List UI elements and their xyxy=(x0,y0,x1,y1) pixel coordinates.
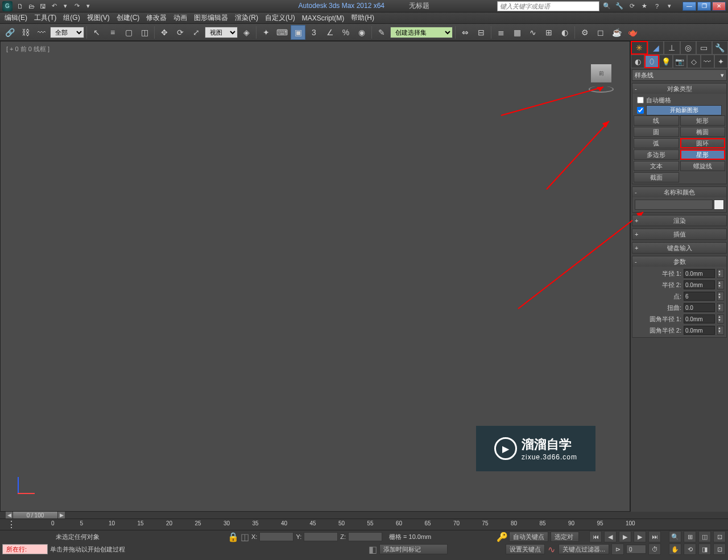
btn-section[interactable]: 截面 xyxy=(634,172,679,182)
distortion-spinner[interactable]: ▲▼ xyxy=(717,303,724,312)
btn-ellipse[interactable]: 椭圆 xyxy=(680,127,726,137)
btn-star[interactable]: 星形 xyxy=(680,150,726,160)
btn-donut[interactable]: 圆环 xyxy=(680,138,726,148)
btn-arc[interactable]: 弧 xyxy=(634,138,679,148)
exchange-icon[interactable]: ⟳ xyxy=(627,2,637,11)
render-frame-icon[interactable]: ◻ xyxy=(593,25,608,40)
play-icon[interactable]: ▶ xyxy=(619,531,631,542)
new-icon[interactable]: 🗋 xyxy=(15,2,25,11)
setkey-button[interactable]: 设置关键点 xyxy=(506,544,545,554)
menu-graph[interactable]: 图形编辑器 xyxy=(194,13,228,23)
time-slider[interactable]: ◀ 0 / 100 ▶ xyxy=(0,512,728,518)
select-icon[interactable]: ↖ xyxy=(89,25,104,40)
menu-animation[interactable]: 动画 xyxy=(173,13,187,23)
slider-prev-icon[interactable]: ◀ xyxy=(6,512,13,518)
keystep-icon[interactable]: ⊳ xyxy=(611,544,624,555)
viewcube[interactable]: 前 xyxy=(584,64,618,98)
category-dropdown[interactable]: 样条线▾ xyxy=(632,69,727,81)
autogrid-checkbox[interactable] xyxy=(637,97,644,103)
menu-modifiers[interactable]: 修改器 xyxy=(146,13,167,23)
y-input[interactable] xyxy=(304,532,338,541)
viewport-label[interactable]: [ + 0 前 0 线框 ] xyxy=(6,45,49,53)
layers-icon[interactable]: ≣ xyxy=(494,25,508,40)
zoom-ext-icon[interactable]: ◫ xyxy=(698,531,711,542)
close-button[interactable]: ✕ xyxy=(712,2,726,11)
menu-views[interactable]: 视图(V) xyxy=(87,13,110,23)
timeline-ruler[interactable]: ⋮ 05101520253035404550556065707580859095… xyxy=(0,518,728,530)
material-editor-icon[interactable]: ◐ xyxy=(557,25,572,40)
btn-circle[interactable]: 圆 xyxy=(634,127,679,137)
minimize-button[interactable]: — xyxy=(682,2,696,11)
slider-next-icon[interactable]: ▶ xyxy=(58,512,65,518)
subtab-cameras[interactable]: 📷 xyxy=(673,55,686,68)
fillet2-spinner[interactable]: ▲▼ xyxy=(717,326,724,335)
rotate-icon[interactable]: ⟳ xyxy=(173,25,188,40)
keymode-icon[interactable]: ∿ xyxy=(547,545,556,554)
radius1-input[interactable] xyxy=(684,269,715,278)
curve-editor-icon[interactable]: ∿ xyxy=(526,25,540,40)
angle-snap-icon[interactable]: ∠ xyxy=(322,25,337,40)
menu-create[interactable]: 创建(C) xyxy=(117,13,140,23)
keyboard-shortcut-icon[interactable]: ⌨ xyxy=(275,25,289,40)
radius2-spinner[interactable]: ▲▼ xyxy=(717,280,724,289)
refcoord-dropdown[interactable]: 视图 xyxy=(205,27,238,38)
points-input[interactable] xyxy=(684,292,715,301)
points-spinner[interactable]: ▲▼ xyxy=(717,292,724,301)
select-name-icon[interactable]: ≡ xyxy=(105,25,120,40)
bind-icon[interactable]: 〰 xyxy=(34,25,49,40)
tab-create[interactable]: ✳ xyxy=(631,41,648,55)
menu-tools[interactable]: 工具(T) xyxy=(34,13,56,23)
named-selection-dropdown[interactable]: 创建选择集 xyxy=(390,27,453,38)
selected-button[interactable]: 选定对 xyxy=(551,532,579,542)
edit-selection-icon[interactable]: ✎ xyxy=(374,25,389,40)
spinner-snap-icon[interactable]: ◉ xyxy=(354,25,369,40)
radius2-input[interactable] xyxy=(684,280,715,289)
bone-icon[interactable]: ⋮ xyxy=(7,520,16,529)
rollout-interpolation[interactable]: +插值 xyxy=(632,229,726,239)
subtab-geometry[interactable]: ◐ xyxy=(631,55,644,68)
unlink-icon[interactable]: ⛓ xyxy=(18,25,33,40)
distortion-input[interactable] xyxy=(684,303,715,312)
schematic-icon[interactable]: ⊞ xyxy=(541,25,556,40)
autokey-button[interactable]: 自动关键点 xyxy=(509,532,548,542)
object-name-input[interactable] xyxy=(635,200,713,210)
rollout-parameters[interactable]: -参数 xyxy=(632,256,726,267)
tab-display[interactable]: ▭ xyxy=(696,41,712,55)
fov-icon[interactable]: ⊡ xyxy=(713,531,726,542)
add-time-tag-button[interactable]: 添加时间标记 xyxy=(379,544,448,554)
zoom-icon[interactable]: 🔍 xyxy=(669,531,681,542)
object-color-swatch[interactable] xyxy=(714,200,724,210)
maximize-button[interactable]: ❐ xyxy=(697,2,711,11)
rollout-rendering[interactable]: +渲染 xyxy=(632,215,726,226)
coord-icon[interactable]: ◫ xyxy=(240,532,249,541)
script-listener[interactable]: 所在行: xyxy=(2,544,48,554)
pivot-icon[interactable]: ◈ xyxy=(239,25,254,40)
tab-hierarchy[interactable]: ⊥ xyxy=(664,41,680,55)
btn-text[interactable]: 文本 xyxy=(634,161,679,171)
subtab-helpers[interactable]: ◇ xyxy=(687,55,701,68)
tab-motion[interactable]: ◎ xyxy=(680,41,696,55)
goto-end-icon[interactable]: ⏭ xyxy=(648,531,661,542)
binoculars-icon[interactable]: 🔍 xyxy=(602,2,612,11)
redo-icon[interactable]: ↷ xyxy=(72,2,82,11)
btn-rectangle[interactable]: 矩形 xyxy=(680,115,726,126)
menu-help[interactable]: 帮助(H) xyxy=(351,13,374,23)
menu-edit[interactable]: 编辑(E) xyxy=(5,13,27,23)
menu-customize[interactable]: 自定义(U) xyxy=(265,13,295,23)
save-icon[interactable]: 🖫 xyxy=(38,2,48,11)
current-frame-input[interactable] xyxy=(626,545,646,554)
radius1-spinner[interactable]: ▲▼ xyxy=(717,269,724,278)
fillet1-input[interactable] xyxy=(684,314,715,323)
select-region-icon[interactable]: ▢ xyxy=(121,25,136,40)
subtab-shapes[interactable]: ⬯ xyxy=(644,55,659,68)
key-icon[interactable]: 🔧 xyxy=(614,2,624,11)
minmax-icon[interactable]: ⊡ xyxy=(713,544,726,555)
subtab-systems[interactable]: ✦ xyxy=(714,55,728,68)
open-icon[interactable]: 🗁 xyxy=(26,2,36,11)
viewport-front[interactable]: [ + 0 前 0 线框 ] 前 ▶ 溜溜自学 zixue.3d66.com xyxy=(0,41,630,512)
render-icon[interactable]: ☕ xyxy=(609,25,624,40)
tab-modify[interactable]: ◢ xyxy=(648,41,664,55)
snap-3-icon[interactable]: 3 xyxy=(307,25,321,40)
render-setup-icon[interactable]: ⚙ xyxy=(577,25,592,40)
timeconfig-icon[interactable]: ⏱ xyxy=(648,544,661,555)
